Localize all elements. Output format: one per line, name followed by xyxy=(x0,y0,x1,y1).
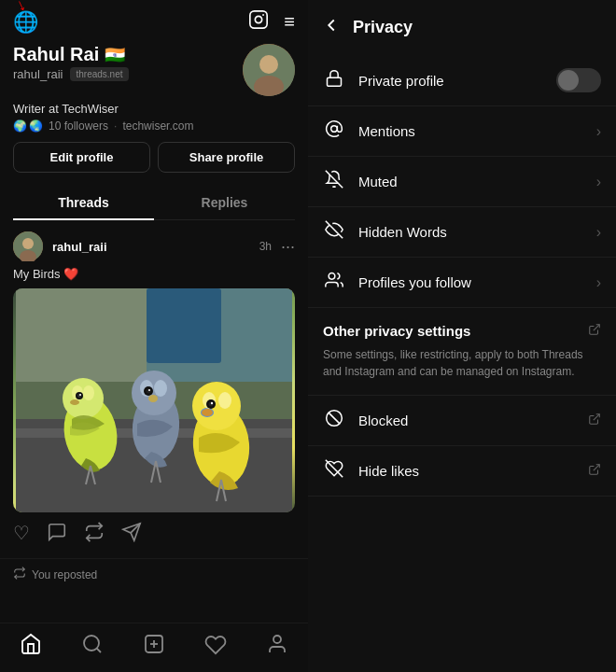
blocked-icon xyxy=(323,409,345,432)
external-link-icon xyxy=(588,323,601,339)
back-button[interactable] xyxy=(321,15,342,40)
svg-point-53 xyxy=(273,636,281,643)
comment-icon[interactable] xyxy=(47,522,67,547)
svg-point-26 xyxy=(154,380,167,397)
share-profile-button[interactable]: Share profile xyxy=(158,142,295,173)
users-icon xyxy=(323,271,345,294)
follower-emojis: 🌍🌏 xyxy=(13,119,43,133)
post-content: My Birds ❤️ xyxy=(13,267,295,281)
post-avatar xyxy=(13,231,43,261)
post-username: rahul_raii xyxy=(52,240,107,254)
likes-nav-icon[interactable] xyxy=(204,634,227,660)
website: techwiser.com xyxy=(122,119,193,133)
post-user-info: rahul_raii xyxy=(13,231,107,261)
hidden-words-label: Hidden Words xyxy=(358,224,447,240)
svg-rect-12 xyxy=(147,288,221,363)
followers-count: 10 followers xyxy=(49,119,108,133)
privacy-list: Private profile Mentions › xyxy=(308,55,616,672)
toggle-knob xyxy=(558,70,579,91)
svg-point-55 xyxy=(331,126,338,133)
svg-point-2 xyxy=(262,14,264,16)
post-image xyxy=(13,288,295,512)
privacy-item-private-profile[interactable]: Private profile xyxy=(308,55,616,106)
svg-point-29 xyxy=(148,389,150,391)
followers-row: 🌍🌏 10 followers · techwiser.com xyxy=(13,119,295,133)
privacy-title: Privacy xyxy=(353,18,413,37)
svg-point-22 xyxy=(70,399,79,405)
profile-row: Rahul Rai 🇮🇳 rahul_raii threads.net xyxy=(13,44,295,96)
post-header: rahul_raii 3h ··· xyxy=(13,231,295,261)
privacy-item-hide-likes[interactable]: Hide likes xyxy=(308,446,616,497)
bottom-nav xyxy=(0,623,308,672)
profile-nav-icon[interactable] xyxy=(266,633,288,661)
like-icon[interactable]: ♡ xyxy=(13,522,30,547)
repost-icon[interactable] xyxy=(84,522,105,547)
at-icon xyxy=(323,119,345,143)
blocked-label: Blocked xyxy=(358,413,408,428)
other-privacy-section: Other privacy settings Some settings, li… xyxy=(308,308,616,396)
muted-chevron: › xyxy=(596,174,601,190)
other-privacy-label: Other privacy settings xyxy=(323,323,470,339)
svg-point-16 xyxy=(63,378,104,419)
search-nav-icon[interactable] xyxy=(81,633,104,661)
svg-point-35 xyxy=(218,392,231,409)
privacy-item-mentions[interactable]: Mentions › xyxy=(308,106,616,157)
post-time: 3h xyxy=(259,240,272,253)
privacy-item-blocked[interactable]: Blocked xyxy=(308,396,616,446)
tab-threads[interactable]: Threads xyxy=(13,186,154,219)
privacy-item-profiles-follow[interactable]: Profiles you follow › xyxy=(308,258,616,308)
svg-point-18 xyxy=(83,385,94,400)
hide-likes-label: Hide likes xyxy=(358,463,419,479)
bio: Writer at TechWiser xyxy=(13,102,295,116)
svg-point-24 xyxy=(132,371,176,415)
more-options-button[interactable]: ··· xyxy=(281,237,295,257)
privacy-header: Privacy xyxy=(308,0,616,55)
edit-profile-button[interactable]: Edit profile xyxy=(13,142,150,173)
share-icon[interactable] xyxy=(121,522,142,547)
feed: rahul_raii 3h ··· My Birds ❤️ xyxy=(0,220,308,623)
profile-handle: rahul_raii xyxy=(13,67,63,81)
instagram-icon[interactable] xyxy=(248,9,269,35)
svg-point-58 xyxy=(329,273,335,280)
privacy-item-hidden-words[interactable]: Hidden Words › xyxy=(308,207,616,258)
tab-replies[interactable]: Replies xyxy=(154,186,295,219)
profiles-follow-chevron: › xyxy=(596,274,601,291)
private-profile-label: Private profile xyxy=(358,73,444,89)
profile-name: Rahul Rai 🇮🇳 xyxy=(13,44,243,65)
lock-icon xyxy=(323,69,345,92)
svg-point-4 xyxy=(259,55,278,74)
svg-point-39 xyxy=(202,409,213,416)
hide-likes-external-icon xyxy=(588,463,601,479)
top-bar: ↓ 🌐 ≡ xyxy=(13,9,295,35)
svg-line-56 xyxy=(326,171,343,188)
svg-point-32 xyxy=(192,382,241,430)
post-meta-right: 3h ··· xyxy=(259,237,295,257)
svg-line-64 xyxy=(594,465,599,470)
svg-rect-54 xyxy=(328,77,342,86)
action-buttons: Edit profile Share profile xyxy=(13,142,295,173)
other-privacy-desc: Some settings, like restricting, apply t… xyxy=(323,346,601,380)
menu-icon[interactable]: ≡ xyxy=(284,11,295,33)
svg-point-21 xyxy=(79,394,81,396)
avatar xyxy=(243,44,295,96)
bell-off-icon xyxy=(323,170,345,193)
other-privacy-title-row: Other privacy settings xyxy=(323,323,601,339)
privacy-item-muted[interactable]: Muted › xyxy=(308,157,616,207)
svg-line-62 xyxy=(594,414,599,420)
svg-rect-0 xyxy=(250,11,267,28)
repost-small-icon xyxy=(13,567,26,582)
threads-badge: threads.net xyxy=(70,67,128,81)
repost-row: You reposted xyxy=(0,559,308,590)
home-icon[interactable] xyxy=(20,633,42,661)
svg-point-28 xyxy=(147,389,151,394)
left-panel: ↓ 🌐 ≡ Rahul Rai 🇮🇳 xyxy=(0,0,308,672)
profile-name-area: Rahul Rai 🇮🇳 rahul_raii threads.net xyxy=(13,44,243,81)
private-profile-toggle[interactable] xyxy=(556,68,601,92)
tabs-row: Threads Replies xyxy=(13,186,295,220)
profile-handle-row: rahul_raii threads.net xyxy=(13,67,243,81)
svg-line-61 xyxy=(329,413,340,424)
svg-point-1 xyxy=(256,16,262,22)
heart-off-icon xyxy=(323,459,345,483)
create-nav-icon[interactable] xyxy=(143,633,165,661)
muted-label: Muted xyxy=(358,174,398,189)
